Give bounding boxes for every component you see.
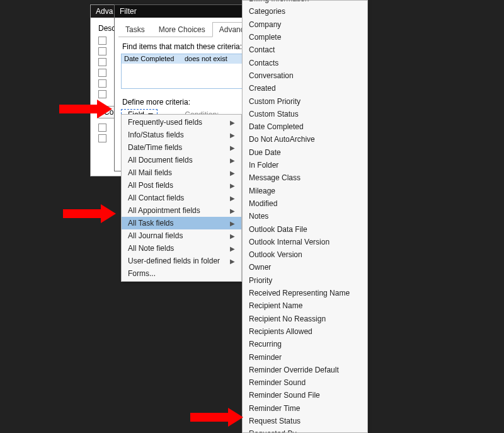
task-field-received-representing-name[interactable]: Received Representing Name	[243, 287, 367, 299]
chevron-right-icon: ▶	[230, 157, 235, 164]
chevron-right-icon: ▶	[230, 119, 235, 126]
tab-more-choices[interactable]: More Choices	[152, 22, 212, 37]
menu-item-label: Forms...	[128, 269, 156, 278]
task-field-modified[interactable]: Modified	[243, 197, 367, 210]
chevron-right-icon: ▶	[230, 245, 235, 252]
menu-item-label: All Document fields	[128, 156, 193, 165]
chevron-right-icon: ▶	[230, 233, 235, 240]
checkbox-4[interactable]	[98, 69, 106, 77]
task-field-custom-status[interactable]: Custom Status	[243, 108, 367, 120]
task-field-due-date[interactable]: Due Date	[243, 146, 367, 159]
task-fields-submenu: Actual WorkAssignedAttachmentAuto Forwar…	[242, 0, 368, 433]
field-category-date-time-fields[interactable]: Date/Time fields▶	[122, 141, 241, 154]
task-field-complete[interactable]: Complete	[243, 31, 367, 43]
field-category-all-post-fields[interactable]: All Post fields▶	[122, 179, 241, 192]
task-field-reminder-sound[interactable]: Reminder Sound	[243, 376, 367, 389]
field-category-info-status-fields[interactable]: Info/Status fields▶	[122, 129, 241, 141]
menu-item-label: All Task fields	[128, 219, 173, 228]
task-field-contact[interactable]: Contact	[243, 43, 367, 56]
task-field-custom-priority[interactable]: Custom Priority	[243, 95, 367, 108]
chevron-right-icon: ▶	[230, 144, 235, 151]
task-field-priority[interactable]: Priority	[243, 274, 367, 287]
chevron-right-icon: ▶	[230, 132, 235, 139]
checkbox-3[interactable]	[98, 58, 106, 66]
task-field-reminder[interactable]: Reminder	[243, 351, 367, 364]
field-category-all-journal-fields[interactable]: All Journal fields▶	[122, 229, 241, 242]
checkbox-8[interactable]	[98, 134, 106, 142]
field-category-user-defined-fields-in-folder[interactable]: User-defined fields in folder▶	[122, 255, 241, 267]
task-field-recipients-allowed[interactable]: Recipients Allowed	[243, 325, 367, 338]
checkbox-1[interactable]	[98, 37, 106, 45]
field-category-menu: Frequently-used fields▶Info/Status field…	[121, 114, 242, 282]
task-field-conversation[interactable]: Conversation	[243, 69, 367, 82]
field-category-all-note-fields[interactable]: All Note fields▶	[122, 242, 241, 255]
checkbox-2[interactable]	[98, 47, 106, 55]
task-field-created[interactable]: Created	[243, 82, 367, 95]
field-category-all-document-fields[interactable]: All Document fields▶	[122, 154, 241, 166]
task-field-mileage[interactable]: Mileage	[243, 185, 367, 197]
menu-item-label: All Journal fields	[128, 231, 183, 240]
tab-tasks[interactable]: Tasks	[118, 22, 152, 37]
task-field-date-completed[interactable]: Date Completed	[243, 120, 367, 133]
task-field-outlook-version[interactable]: Outlook Version	[243, 248, 367, 261]
task-field-outlook-internal-version[interactable]: Outlook Internal Version	[243, 236, 367, 248]
field-category-frequently-used-fields[interactable]: Frequently-used fields▶	[122, 116, 241, 129]
chevron-right-icon: ▶	[230, 258, 235, 265]
annotation-arrow-3	[190, 408, 247, 427]
chevron-right-icon: ▶	[230, 195, 235, 202]
field-category-all-appointment-fields[interactable]: All Appointment fields▶	[122, 204, 241, 217]
task-field-notes[interactable]: Notes	[243, 210, 367, 222]
field-category-all-mail-fields[interactable]: All Mail fields▶	[122, 166, 241, 179]
field-category-forms[interactable]: Forms...	[122, 267, 241, 280]
menu-item-label: All Post fields	[128, 181, 173, 190]
task-field-recipient-no-reassign[interactable]: Recipient No Reassign	[243, 313, 367, 325]
criteria-field: Date Completed	[124, 55, 185, 62]
checkbox-5[interactable]	[98, 79, 106, 88]
menu-item-label: All Appointment fields	[128, 206, 200, 215]
criteria-condition: does not exist	[185, 55, 227, 62]
task-field-requested-by[interactable]: Requested By	[243, 427, 367, 433]
task-field-reminder-time[interactable]: Reminder Time	[243, 402, 367, 415]
task-field-contacts[interactable]: Contacts	[243, 57, 367, 69]
menu-item-label: Info/Status fields	[128, 130, 184, 139]
task-field-recipient-name[interactable]: Recipient Name	[243, 299, 367, 312]
menu-item-label: User-defined fields in folder	[128, 257, 220, 265]
task-field-reminder-override-default[interactable]: Reminder Override Default	[243, 364, 367, 376]
task-field-recurring[interactable]: Recurring	[243, 338, 367, 350]
task-field-request-status[interactable]: Request Status	[243, 415, 367, 427]
menu-item-label: All Note fields	[128, 244, 174, 253]
menu-item-label: Date/Time fields	[128, 143, 182, 152]
task-field-company[interactable]: Company	[243, 18, 367, 31]
field-category-all-contact-fields[interactable]: All Contact fields▶	[122, 192, 241, 204]
task-fields-submenu-inner: Actual WorkAssignedAttachmentAuto Forwar…	[243, 0, 367, 433]
task-field-categories[interactable]: Categories	[243, 5, 367, 18]
checkbox-6[interactable]	[98, 90, 106, 98]
checkbox-7[interactable]	[98, 124, 106, 132]
chevron-right-icon: ▶	[230, 207, 235, 214]
chevron-right-icon: ▶	[230, 170, 235, 176]
task-field-billing-information[interactable]: Billing Information	[243, 0, 367, 5]
task-field-do-not-autoarchive[interactable]: Do Not AutoArchive	[243, 133, 367, 146]
task-field-reminder-sound-file[interactable]: Reminder Sound File	[243, 389, 367, 401]
chevron-right-icon: ▶	[230, 220, 235, 227]
task-field-outlook-data-file[interactable]: Outlook Data File	[243, 223, 367, 236]
annotation-arrow-2	[63, 204, 120, 223]
task-field-owner[interactable]: Owner	[243, 261, 367, 274]
field-category-all-task-fields[interactable]: All Task fields▶	[122, 217, 241, 229]
task-field-in-folder[interactable]: In Folder	[243, 159, 367, 171]
task-field-message-class[interactable]: Message Class	[243, 171, 367, 184]
menu-item-label: All Contact fields	[128, 193, 184, 202]
chevron-right-icon: ▶	[230, 182, 235, 189]
menu-item-label: Frequently-used fields	[128, 118, 202, 127]
menu-item-label: All Mail fields	[128, 168, 172, 177]
